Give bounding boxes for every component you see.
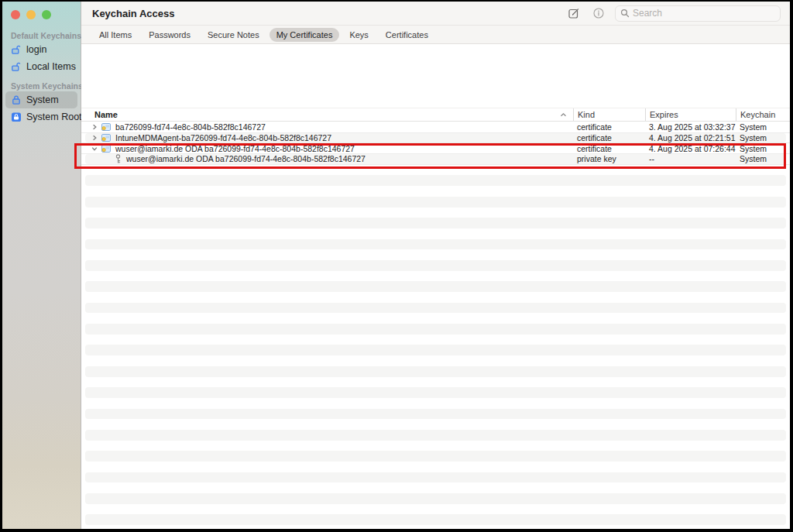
sidebar-item-login[interactable]: login [5,41,77,58]
empty-row [81,249,790,260]
empty-row [81,409,790,420]
cell-keychain: System [736,154,790,164]
category-tab-bar: All ItemsPasswordsSecure NotesMy Certifi… [81,26,790,44]
row-stripe [85,239,786,250]
empty-row [81,514,790,525]
column-header-expires[interactable]: Expires [645,108,736,121]
empty-row [81,165,790,176]
sidebar-item-label: System [26,94,59,105]
minimize-button[interactable] [26,10,36,19]
empty-row [81,430,790,441]
cell-name: ba726099-fd74-4e8c-804b-582f8c146727 [81,122,573,132]
tab-secure-notes[interactable]: Secure Notes [201,28,266,42]
table-row[interactable]: wuser@iamarki.de ODA ba726099-fd74-4e8c-… [81,154,790,165]
empty-row [81,355,790,366]
cell-keychain: System [736,143,790,153]
item-name: wuser@iamarki.de ODA ba726099-fd74-4e8c-… [126,154,366,163]
empty-row [81,345,790,355]
empty-row [81,292,790,303]
search-icon [620,9,630,18]
certificate-list: ba726099-fd74-4e8c-804b-582f8c146727cert… [81,122,790,529]
system-roots-icon [11,112,22,122]
row-stripe [85,409,786,420]
column-header-name[interactable]: Name [81,108,573,121]
row-stripe [85,281,786,292]
traffic-lights [2,2,81,25]
empty-row [81,208,790,218]
empty-row [81,260,790,271]
title-bar: Keychain Access [81,2,790,26]
row-stripe [85,472,786,483]
info-button[interactable] [590,5,607,21]
tab-certificates[interactable]: Certificates [379,28,435,42]
empty-row [81,387,790,398]
column-header-kind[interactable]: Kind [573,108,645,121]
cell-keychain: System [736,133,790,143]
cell-name: IntuneMDMAgent-ba726099-fd74-4e8c-804b-5… [81,133,573,143]
sort-ascending-icon [560,112,567,118]
keychain-access-window: Default KeychainsloginLocal ItemsSystem … [2,2,790,529]
tab-keys[interactable]: Keys [342,28,375,42]
tab-all-items[interactable]: All Items [92,28,139,42]
zoom-button[interactable] [42,10,51,19]
empty-row [81,472,790,483]
sidebar-item-system-roots[interactable]: System Roots [5,108,77,125]
tab-passwords[interactable]: Passwords [142,28,197,42]
empty-row [81,419,790,430]
sidebar-item-system[interactable]: System [5,91,77,108]
disclosure-expanded[interactable] [91,146,98,152]
row-stripe [85,430,786,441]
empty-row [81,377,790,388]
row-stripe [85,387,786,398]
unlocked-padlock-icon [11,44,22,55]
search-input[interactable] [633,8,775,19]
empty-row [81,451,790,462]
cell-expires: 4. Aug 2025 at 07:26:44 [645,143,736,153]
disclosure-collapsed[interactable] [91,135,98,141]
empty-row [81,324,790,335]
compose-icon [568,7,580,19]
disclosure-collapsed[interactable] [91,124,98,130]
empty-row [81,175,790,186]
empty-row [81,239,790,250]
sidebar: Default KeychainsloginLocal ItemsSystem … [2,2,81,529]
table-row[interactable]: wuser@iamarki.de ODA ba726099-fd74-4e8c-… [81,143,790,154]
locked-padlock-icon [11,94,22,105]
sidebar-item-label: login [26,44,46,55]
close-button[interactable] [11,10,20,19]
table-row[interactable]: IntuneMDMAgent-ba726099-fd74-4e8c-804b-5… [81,133,790,144]
row-stripe [85,451,786,462]
sidebar-item-local-items[interactable]: Local Items [5,58,77,75]
empty-row [81,335,790,345]
unlocked-padlock-icon [11,61,22,72]
certificate-icon [101,134,111,142]
sidebar-item-label: System Roots [26,112,87,122]
item-name: IntuneMDMAgent-ba726099-fd74-4e8c-804b-5… [115,133,331,142]
cell-name: wuser@iamarki.de ODA ba726099-fd74-4e8c-… [81,154,573,164]
cell-expires: 4. Aug 2025 at 02:21:51 [645,133,736,143]
key-icon [115,154,122,163]
item-name: ba726099-fd74-4e8c-804b-582f8c146727 [115,122,266,132]
cell-expires: -- [645,154,736,164]
row-stripe [85,366,786,377]
sidebar-section-header: Default Keychains [2,30,81,41]
empty-row [81,482,790,493]
row-stripe [85,345,786,355]
row-stripe [85,260,786,271]
search-field[interactable] [615,5,781,22]
empty-row [81,493,790,504]
tab-my-certificates[interactable]: My Certificates [269,28,340,42]
compose-button[interactable] [565,5,582,21]
empty-row [81,313,790,324]
row-stripe [85,303,786,314]
empty-row [81,462,790,472]
table-row[interactable]: ba726099-fd74-4e8c-804b-582f8c146727cert… [81,122,790,133]
row-stripe [85,197,786,208]
info-icon [592,7,605,19]
row-stripe [85,493,786,504]
column-header-keychain[interactable]: Keychain [736,108,790,121]
sidebar-section-header: System Keychains [2,81,81,91]
empty-row [81,366,790,377]
cell-kind: certificate [573,133,645,143]
cell-kind: private key [573,154,645,164]
